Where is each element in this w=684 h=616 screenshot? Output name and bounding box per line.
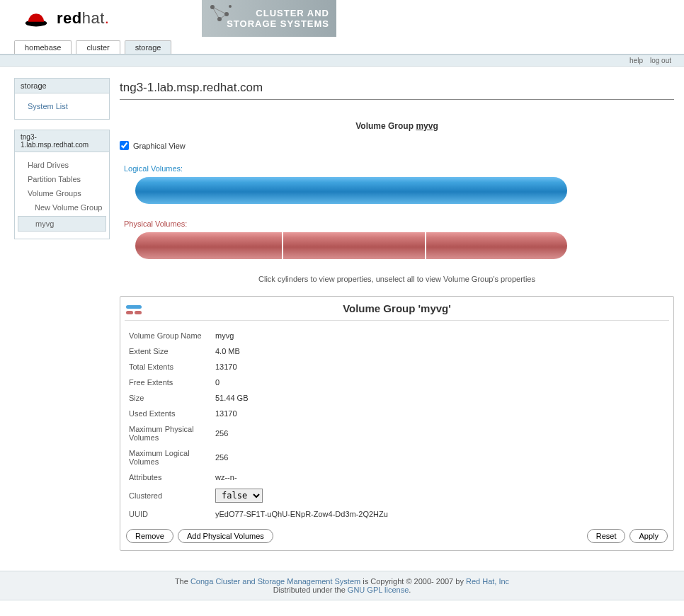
- sidebar-hard-drives[interactable]: Hard Drives: [15, 158, 109, 172]
- properties-actions: Remove Add Physical Volumes Reset Apply: [120, 522, 673, 543]
- prop-attr-k: Attributes: [129, 473, 215, 481]
- prop-uuid-v: yEdO77-SF1T-uQhU-ENpR-Zow4-Dd3m-2Q2HZu: [215, 510, 388, 518]
- sidebar-system-list[interactable]: System List: [15, 99, 109, 113]
- prop-maxpv-k: Maximum Physical Volumes: [129, 425, 215, 442]
- svg-point-5: [224, 12, 229, 16]
- page-title: tng3-1.lab.msp.redhat.com: [120, 81, 674, 100]
- prop-tot-v: 13170: [215, 363, 237, 371]
- sidebar-panel-storage: storage System List: [14, 78, 110, 120]
- physical-volume-cylinder-3[interactable]: [425, 232, 567, 259]
- add-physical-volumes-button[interactable]: Add Physical Volumes: [178, 529, 273, 543]
- main-content: tng3-1.lab.msp.redhat.com Volume Group m…: [120, 78, 674, 551]
- redhat-text: redhat.: [57, 9, 109, 28]
- sidebar-panel-head-storage: storage: [15, 79, 109, 93]
- tabs-row: homebase cluster storage: [0, 40, 684, 55]
- svg-rect-10: [135, 311, 142, 314]
- sidebar-new-vg[interactable]: New Volume Group: [15, 200, 109, 215]
- prop-ext-v: 4.0 MB: [215, 347, 240, 355]
- logical-volumes-section: Logical Volumes:: [120, 164, 674, 204]
- top-links: help log out: [0, 55, 684, 67]
- tab-cluster[interactable]: cluster: [76, 40, 120, 54]
- prop-ext-k: Extent Size: [129, 347, 215, 355]
- prop-maxlv-k: Maximum Logical Volumes: [129, 449, 215, 466]
- prop-attr-v: wz--n-: [215, 473, 237, 481]
- banner-line1: CLUSTER AND: [256, 8, 329, 18]
- sidebar-partition-tables[interactable]: Partition Tables: [15, 172, 109, 186]
- vg-header: Volume Group myvg: [120, 121, 674, 131]
- footer-mid: is Copyright © 2000- 2007 by: [360, 577, 466, 586]
- clustered-select[interactable]: false: [215, 489, 263, 503]
- redhat-logo: redhat.: [23, 8, 109, 29]
- brand-hat: hat: [82, 9, 105, 27]
- banner-line2: STORAGE SYSTEMS: [227, 18, 329, 29]
- tab-homebase[interactable]: homebase: [14, 40, 72, 54]
- graphical-view-label: Graphical View: [133, 142, 186, 150]
- vg-name: myvg: [416, 121, 438, 131]
- header-banner: redhat. CLUSTER AND STORAGE SYSTEMS: [0, 0, 684, 37]
- prop-clus-k: Clustered: [129, 491, 215, 500]
- prop-uuid-k: UUID: [129, 510, 215, 518]
- graphical-view-row: Graphical View: [120, 141, 674, 150]
- help-link[interactable]: help: [629, 57, 643, 64]
- physical-volumes-label: Physical Volumes:: [120, 219, 674, 228]
- vg-mini-icon: [125, 304, 144, 316]
- footer-link-conga[interactable]: Conga Cluster and Storage Management Sys…: [190, 577, 360, 586]
- logical-volumes-label: Logical Volumes:: [120, 164, 674, 173]
- reset-button[interactable]: Reset: [587, 529, 626, 543]
- svg-point-4: [210, 5, 215, 9]
- prop-used-v: 13170: [215, 409, 237, 418]
- prop-name-v: myvg: [215, 331, 234, 340]
- sidebar-volume-groups[interactable]: Volume Groups: [15, 186, 109, 200]
- logo-area: redhat.: [0, 8, 202, 29]
- brand-red: red: [57, 9, 82, 27]
- prop-tot-k: Total Extents: [129, 363, 215, 371]
- tab-storage[interactable]: storage: [125, 40, 172, 54]
- prop-free-v: 0: [215, 378, 220, 387]
- graphical-view-checkbox[interactable]: [120, 141, 129, 150]
- prop-maxlv-v: 256: [215, 453, 228, 462]
- prop-used-k: Used Extents: [129, 409, 215, 418]
- logical-volume-cylinder[interactable]: [135, 177, 567, 204]
- cluster-banner: CLUSTER AND STORAGE SYSTEMS: [202, 0, 336, 37]
- svg-point-7: [229, 5, 232, 8]
- cylinder-caption: Click cylinders to view properties, unse…: [120, 275, 674, 283]
- svg-rect-8: [126, 305, 142, 309]
- physical-volume-cylinder-2[interactable]: [282, 232, 424, 259]
- footer-line2-post: .: [409, 586, 411, 594]
- sidebar-panel-head-host: tng3-1.lab.msp.redhat.com: [15, 130, 109, 152]
- physical-volume-cylinder-1[interactable]: [135, 232, 282, 259]
- sidebar: storage System List tng3-1.lab.msp.redha…: [14, 78, 110, 551]
- sidebar-panel-host: tng3-1.lab.msp.redhat.com Hard Drives Pa…: [14, 130, 110, 239]
- footer-line2-pre: Distributed under the: [273, 586, 348, 594]
- prop-free-k: Free Extents: [129, 378, 215, 387]
- footer-link-gpl[interactable]: GNU GPL license: [348, 586, 409, 594]
- properties-panel: Volume Group 'myvg' Volume Group Namemyv…: [120, 296, 674, 551]
- prop-name-k: Volume Group Name: [129, 331, 215, 340]
- footer-pre: The: [175, 577, 190, 586]
- properties-table: Volume Group Namemyvg Extent Size4.0 MB …: [120, 328, 673, 522]
- physical-volumes-section: Physical Volumes:: [120, 219, 674, 259]
- mesh-icon: [209, 4, 234, 21]
- remove-button[interactable]: Remove: [126, 529, 173, 543]
- svg-rect-9: [126, 311, 133, 314]
- svg-point-6: [217, 17, 222, 21]
- footer-link-redhat[interactable]: Red Hat, Inc: [466, 577, 509, 586]
- footer: The Conga Cluster and Storage Management…: [0, 571, 684, 600]
- vg-label: Volume Group: [355, 121, 414, 131]
- properties-header: Volume Group 'myvg': [125, 302, 669, 321]
- properties-title: Volume Group 'myvg': [343, 302, 451, 314]
- prop-size-v: 51.44 GB: [215, 394, 248, 402]
- apply-button[interactable]: Apply: [629, 529, 668, 543]
- prop-maxpv-v: 256: [215, 429, 228, 438]
- prop-size-k: Size: [129, 394, 215, 402]
- logout-link[interactable]: log out: [650, 57, 671, 64]
- redhat-hat-icon: [23, 8, 50, 29]
- brand-dot: .: [105, 9, 110, 27]
- sidebar-myvg[interactable]: myvg: [18, 216, 106, 232]
